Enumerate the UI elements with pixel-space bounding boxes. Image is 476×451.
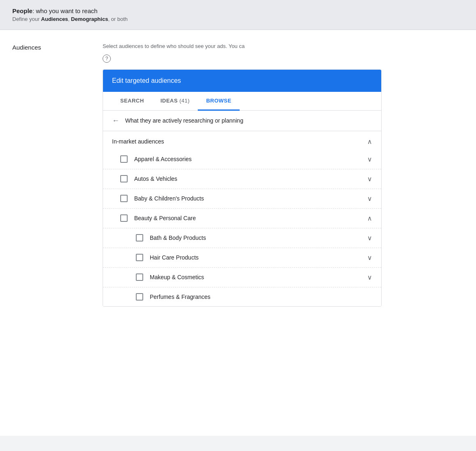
list-item-autos-left: Autos & Vehicles [120, 175, 177, 182]
audiences-box: Edit targeted audiences SEARCH IDEAS (41… [103, 69, 382, 307]
banner-subtitle: Define your Audiences, Demographics, or … [12, 16, 464, 22]
chevron-beauty-icon[interactable]: ∧ [367, 214, 372, 222]
section-title: In-market audiences [112, 138, 164, 145]
list-item-autos[interactable]: Autos & Vehicles ∨ [103, 169, 381, 189]
list-item-baby[interactable]: Baby & Children's Products ∨ [103, 189, 381, 209]
sub-item-perfumes-label: Perfumes & Fragrances [150, 294, 211, 300]
sub-item-bath-label: Bath & Body Products [150, 235, 206, 241]
list-item-beauty-left: Beauty & Personal Care [120, 214, 196, 222]
chevron-hair-icon[interactable]: ∨ [367, 254, 372, 262]
chevron-bath-icon[interactable]: ∨ [367, 234, 372, 242]
right-panel: Select audiences to define who should se… [103, 42, 464, 424]
audiences-bold: Audiences [41, 16, 68, 22]
list-item-baby-left: Baby & Children's Products [120, 195, 204, 202]
checkbox-autos[interactable] [120, 175, 128, 182]
list-item-autos-label: Autos & Vehicles [134, 175, 177, 182]
list-item-beauty[interactable]: Beauty & Personal Care ∧ [103, 209, 381, 228]
chevron-autos-icon[interactable]: ∨ [367, 175, 372, 183]
back-row[interactable]: ← What they are actively researching or … [103, 111, 381, 131]
section-chevron-up-icon[interactable]: ∧ [367, 138, 372, 146]
checkbox-perfumes[interactable] [136, 293, 143, 301]
banner-title-bold: People [12, 7, 32, 14]
tab-search[interactable]: SEARCH [112, 92, 152, 111]
tab-browse[interactable]: BROWSE [198, 92, 240, 111]
checkbox-hair[interactable] [136, 254, 143, 261]
audiences-label: Audiences [12, 44, 103, 51]
sub-item-perfumes-left: Perfumes & Fragrances [136, 293, 211, 301]
chevron-baby-icon[interactable]: ∨ [367, 195, 372, 203]
help-icon[interactable]: ? [103, 55, 111, 63]
section-header: In-market audiences ∧ [103, 131, 381, 150]
chevron-makeup-icon[interactable]: ∨ [367, 273, 372, 281]
sub-item-makeup-left: Makeup & Cosmetics [136, 273, 204, 281]
list-item-baby-label: Baby & Children's Products [134, 195, 204, 202]
list-item-apparel-left: Apparel & Accessories [120, 155, 192, 163]
list-item-apparel-label: Apparel & Accessories [134, 156, 192, 162]
left-label: Audiences [12, 42, 103, 424]
ideas-count: (41) [179, 98, 190, 104]
sub-item-hair-left: Hair Care Products [136, 254, 199, 261]
demographics-bold: Demographics [71, 16, 108, 22]
sub-item-bath[interactable]: Bath & Body Products ∨ [103, 228, 381, 248]
sub-item-makeup-label: Makeup & Cosmetics [150, 274, 204, 280]
top-banner: People: who you want to reach Define you… [0, 0, 476, 30]
main-content: Audiences Select audiences to define who… [0, 30, 476, 436]
checkbox-apparel[interactable] [120, 155, 128, 163]
list-area: In-market audiences ∧ Apparel & Accessor… [103, 131, 381, 306]
sub-item-hair[interactable]: Hair Care Products ∨ [103, 248, 381, 268]
description-text: Select audiences to define who should se… [103, 42, 464, 50]
list-item-beauty-label: Beauty & Personal Care [134, 215, 196, 221]
sub-item-perfumes[interactable]: Perfumes & Fragrances [103, 287, 381, 306]
checkbox-beauty[interactable] [120, 214, 128, 222]
checkbox-makeup[interactable] [136, 273, 143, 281]
banner-title-suffix: : who you want to reach [32, 7, 97, 14]
tab-ideas[interactable]: IDEAS (41) [152, 92, 198, 111]
banner-title: People: who you want to reach [12, 7, 464, 14]
sub-item-hair-label: Hair Care Products [150, 254, 199, 261]
audiences-header: Edit targeted audiences [103, 70, 381, 92]
list-item-apparel[interactable]: Apparel & Accessories ∨ [103, 150, 381, 169]
sub-item-makeup[interactable]: Makeup & Cosmetics ∨ [103, 268, 381, 287]
back-arrow-icon: ← [112, 116, 119, 125]
tabs-row: SEARCH IDEAS (41) BROWSE [103, 92, 381, 111]
sub-item-bath-left: Bath & Body Products [136, 234, 206, 241]
back-text: What they are actively researching or pl… [125, 117, 243, 124]
checkbox-bath[interactable] [136, 234, 143, 241]
chevron-apparel-icon[interactable]: ∨ [367, 155, 372, 163]
audiences-header-title: Edit targeted audiences [112, 77, 372, 84]
checkbox-baby[interactable] [120, 195, 128, 202]
